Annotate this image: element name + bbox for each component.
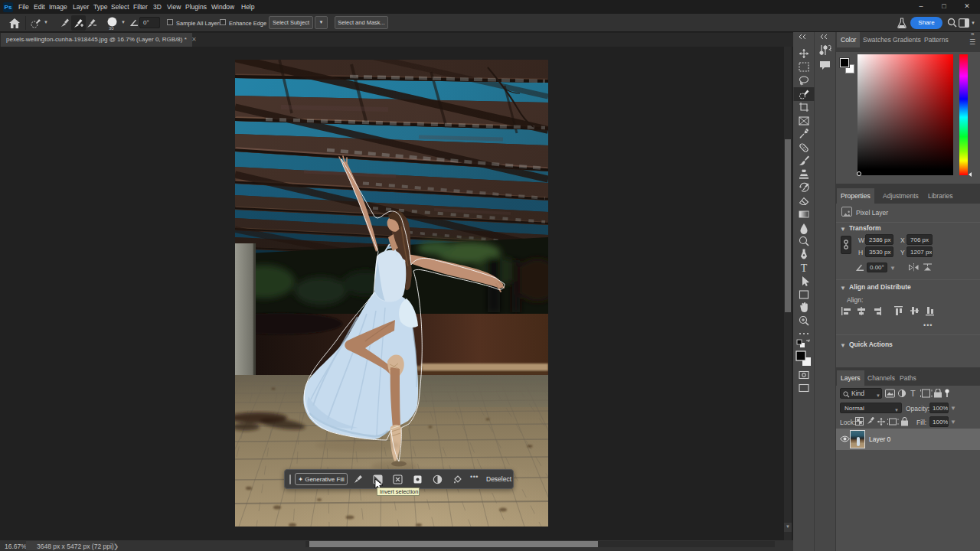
svg-text:T: T [801, 262, 808, 274]
svg-text:T: T [910, 389, 916, 398]
